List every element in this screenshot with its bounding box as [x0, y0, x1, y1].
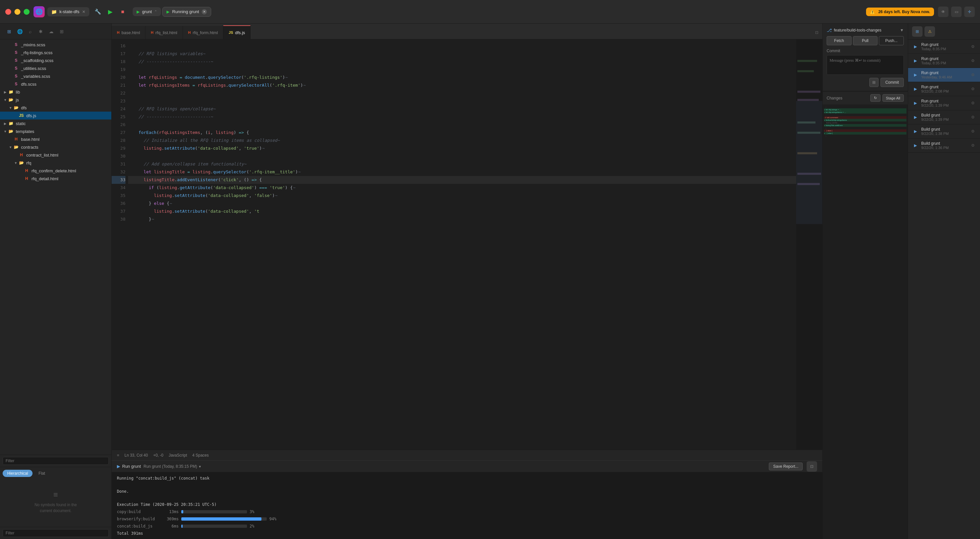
tree-item-static[interactable]: ▶ 📁 static — [0, 119, 111, 127]
scss-icon: S — [13, 57, 19, 64]
run-history-item[interactable]: ▶ Build grunt 9/22/20, 1:39 PM ⚙ — [908, 110, 980, 124]
arrow-open-icon: ▼ — [13, 160, 18, 165]
tab-base-html[interactable]: H base.html — [112, 26, 145, 39]
run-item-action[interactable]: ⚙ — [969, 114, 976, 121]
html-icon: H — [24, 168, 30, 174]
run-history-item[interactable]: ▶ Run grunt Today, 8:35 PM ⚙ — [908, 54, 980, 68]
code-editor[interactable]: 16 17 18 19 20 21 22 23 24 25 26 27 28 2… — [112, 40, 822, 450]
sidebar-search-icon[interactable]: ⌕ — [26, 27, 34, 35]
run-item-action[interactable]: ⚙ — [969, 43, 976, 50]
progress-row-browserify: browserify:build 369ms 94% — [117, 516, 817, 522]
running-tab-close[interactable]: ✕ — [202, 9, 207, 14]
tree-item-rfq-detail[interactable]: H rfq_detail.html — [0, 175, 111, 183]
close-icon[interactable]: ✕ — [82, 10, 85, 14]
tree-item-lib[interactable]: ▶ 📁 lib — [0, 88, 111, 96]
status-indent[interactable]: 4 Spaces — [192, 453, 208, 458]
tree-item-rfq-confirm[interactable]: H rfq_confirm_delete.html — [0, 167, 111, 175]
tree-item-templates[interactable]: ▼ 📂 templates — [0, 127, 111, 135]
folder-open-icon: 📂 — [13, 144, 19, 150]
commit-message-input[interactable] — [827, 55, 904, 75]
eye-icon[interactable]: 👁 — [938, 6, 948, 17]
push-button[interactable]: Push... — [879, 36, 904, 45]
stage-all-button[interactable]: Stage All — [883, 94, 904, 102]
running-tab[interactable]: ▶ Running grunt ✕ — [162, 7, 211, 17]
run-history-item[interactable]: ▶ Build grunt 9/22/20, 1:36 PM ⚙ — [908, 138, 980, 153]
sidebar-cloud-icon[interactable]: ☁ — [47, 27, 55, 35]
tree-item-contracts[interactable]: ▼ 📂 contracts — [0, 143, 111, 151]
tab-dfs-js[interactable]: JS dfs.js — [223, 25, 251, 39]
status-diff: +0, -0 — [153, 453, 163, 458]
run-item-action[interactable]: ⚙ — [969, 100, 976, 107]
run-item-action[interactable]: ⚙ — [969, 142, 976, 149]
tab-rfq-form[interactable]: H rfq_form.html — [183, 26, 224, 39]
wrench-icon[interactable]: 🔧 — [93, 7, 102, 16]
tree-item-js[interactable]: ▼ 📂 js — [0, 96, 111, 104]
tab-rfq-list[interactable]: H rfq_list.html — [145, 26, 183, 39]
tab-hierarchical[interactable]: Hierarchical — [3, 470, 32, 477]
terminal-header: ▶ Run grunt Run grunt (Today, 8:35:15 PM… — [112, 461, 822, 472]
tree-item-rfq-listings[interactable]: S _rfq-listings.scss — [0, 49, 111, 56]
status-language[interactable]: JavaScript — [169, 453, 187, 458]
code-line: if (listing.getAttribute('data-collapsed… — [128, 184, 796, 192]
arrow-open-icon: ▼ — [8, 145, 13, 150]
run-history-item[interactable]: ▶ Run grunt 9/22/20, 1:39 PM ⚙ — [908, 96, 980, 110]
play-icon[interactable]: ▶ — [106, 7, 115, 16]
refresh-button[interactable]: ↻ — [870, 94, 880, 102]
tree-item-dfs-folder[interactable]: ▼ 📂 dfs — [0, 104, 111, 111]
arrow-icon — [18, 176, 24, 181]
save-report-button[interactable]: Save Report... — [769, 463, 803, 471]
run-history-item[interactable]: ▶ Build grunt 9/22/20, 1:38 PM ⚙ — [908, 124, 980, 138]
folder-icon: 📁 — [8, 89, 14, 95]
git-branch-chevron[interactable]: ▼ — [900, 28, 904, 32]
layout-icon[interactable]: ▭ — [951, 6, 962, 17]
notification-bar[interactable]: ⚠️ 26 days left. Buy Nova now. — [866, 8, 934, 16]
run-item-info: Run grunt Today, 8:35 PM — [921, 42, 967, 51]
terminal-line — [117, 494, 817, 501]
file-filter-input[interactable] — [3, 457, 109, 465]
stop-icon[interactable]: ■ — [118, 7, 127, 16]
fetch-button[interactable]: Fetch — [827, 36, 851, 45]
tree-item-dfs-scss[interactable]: S dfs.scss — [0, 80, 111, 88]
sidebar-globe-icon[interactable]: 🌐 — [16, 27, 24, 35]
commit-submit-button[interactable]: Commit — [880, 78, 904, 87]
sidebar-files-icon[interactable]: ⊞ — [5, 27, 13, 35]
scss-icon: S — [13, 65, 19, 71]
tree-item-utilities[interactable]: S _utilities.scss — [0, 64, 111, 72]
line-numbers: 16 17 18 19 20 21 22 23 24 25 26 27 28 2… — [112, 40, 128, 450]
terminal-run-label[interactable]: Run grunt (Today, 8:35:15 PM) ▼ — [143, 464, 201, 469]
tree-item-rfq[interactable]: ▼ 📂 rfq — [0, 159, 111, 167]
run-item-action[interactable]: ⚙ — [969, 72, 976, 78]
run-item-action[interactable]: ⚙ — [969, 128, 976, 135]
arrow-icon — [8, 137, 13, 142]
warning-icon[interactable]: ⚠ — [924, 26, 935, 37]
run-history-item[interactable]: ▶ Run grunt 9/22/20, 2:08 PM ⚙ — [908, 82, 980, 96]
tree-item-mixins[interactable]: S _mixins.scss — [0, 41, 111, 49]
git-panel-top: ⎇ feature/build-tools-changes ▼ Fetch Pu… — [822, 24, 908, 91]
run-history-item[interactable]: ▶ Run grunt Yesterday, 9:46 AM ⚙ — [908, 68, 980, 82]
minimize-button[interactable] — [14, 9, 21, 15]
tree-item-base-html[interactable]: H base.html — [0, 135, 111, 143]
maximize-button[interactable] — [24, 9, 30, 15]
tree-item-contract-list[interactable]: H contract_list.html — [0, 151, 111, 159]
sidebar-asterisk-icon[interactable]: ✱ — [37, 27, 45, 35]
run-tab[interactable]: ▶ grunt ⌃ — [133, 7, 161, 16]
commit-icon-button[interactable]: ⊞ — [869, 78, 878, 87]
symbols-filter-input[interactable] — [3, 529, 109, 537]
project-tab[interactable]: 📁 k-state-dfs ✕ — [47, 7, 89, 16]
pull-button[interactable]: Pull — [853, 36, 878, 45]
split-editor-button[interactable]: ⊡ — [811, 26, 822, 39]
tree-item-dfs-js[interactable]: JS dfs.js — [0, 111, 111, 119]
terminal-split-icon[interactable]: ⊡ — [807, 461, 817, 472]
tab-flat[interactable]: Flat — [34, 470, 49, 477]
run-item-action[interactable]: ⚙ — [969, 86, 976, 92]
code-line: }~ — [128, 215, 796, 223]
run-history-icon[interactable]: ⊞ — [912, 26, 923, 37]
close-button[interactable] — [5, 9, 11, 15]
sidebar-grid-icon[interactable]: ⊞ — [58, 27, 66, 35]
tree-item-scaffolding[interactable]: S _scaffolding.scss — [0, 56, 111, 64]
tree-item-variables[interactable]: S _variables.scss — [0, 72, 111, 80]
plus-icon[interactable]: ✛ — [964, 6, 975, 17]
run-item-action[interactable]: ⚙ — [969, 57, 976, 64]
run-history-item[interactable]: ▶ Run grunt Today, 8:35 PM ⚙ — [908, 40, 980, 54]
code-content[interactable]: // RFQ listings variables~ // ----------… — [128, 40, 796, 450]
